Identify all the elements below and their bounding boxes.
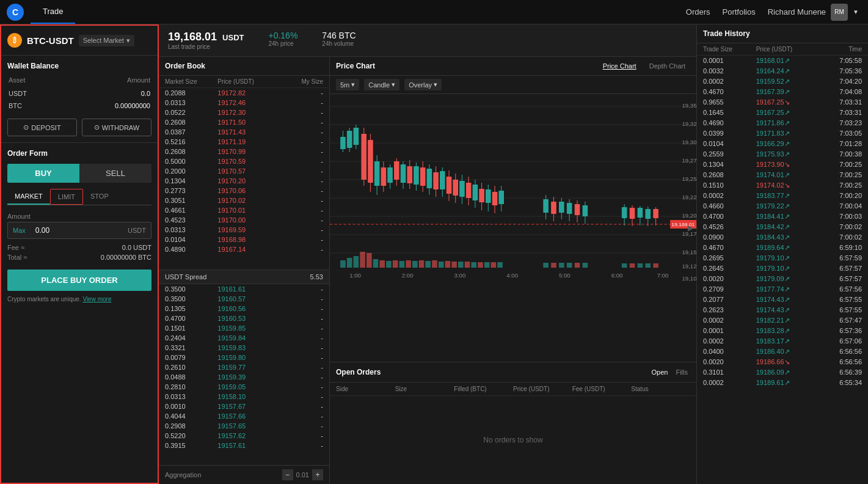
buy-row[interactable]: 0.332119159.83- <box>159 343 329 353</box>
view-more-link[interactable]: View more <box>82 296 111 302</box>
sell-row[interactable]: 0.052219172.30- <box>159 108 329 117</box>
nav-tab-trade[interactable]: Trade <box>31 0 75 24</box>
buy-tab[interactable]: BUY <box>7 164 79 183</box>
ob-price: 19167.14 <box>217 246 270 253</box>
svg-rect-118 <box>445 261 451 268</box>
buy-row[interactable]: 0.031319158.10- <box>159 392 329 402</box>
buy-row[interactable]: 0.261019159.77- <box>159 362 329 372</box>
ob-price: 19157.65 <box>217 422 270 430</box>
max-link[interactable]: Max <box>8 227 31 234</box>
ob-size: 0.2088 <box>165 89 217 97</box>
th-trade-size: 0.0002 <box>703 379 756 387</box>
buy-row[interactable]: 0.001019157.67- <box>159 402 329 411</box>
ob-mysize: - <box>271 315 323 322</box>
sell-row[interactable]: 0.466119170.01- <box>159 205 329 215</box>
market-type-tab[interactable]: MARKET <box>7 189 50 205</box>
withdraw-button[interactable]: ⊙ WITHDRAW <box>82 119 151 136</box>
sell-row[interactable]: 0.038719171.43- <box>159 127 329 137</box>
th-trade-price: 19183.17↗ <box>756 337 809 345</box>
open-tab[interactable]: Open <box>649 367 671 377</box>
buy-row[interactable]: 0.150119159.85- <box>159 323 329 333</box>
deposit-button[interactable]: ⊙ DEPOSIT <box>7 119 77 136</box>
chart-arrow-button[interactable]: ▶ <box>688 224 693 232</box>
sell-row[interactable]: 0.130419170.20- <box>159 176 329 186</box>
chart-type-dropdown[interactable]: Candle ▾ <box>364 79 399 90</box>
sell-row[interactable]: 0.208819172.82- <box>159 88 329 98</box>
svg-rect-111 <box>399 261 405 268</box>
buy-row[interactable]: 0.240419159.84- <box>159 333 329 343</box>
ob-price: 19170.06 <box>217 187 270 194</box>
th-trade-size: 0.4670 <box>703 88 756 96</box>
buy-row[interactable]: 0.290819157.65- <box>159 421 329 431</box>
th-trade-price: 19179.10↗ <box>756 265 809 273</box>
sell-tab[interactable]: SELL <box>79 164 151 183</box>
th-trade-price: 19173.90↘ <box>756 161 809 169</box>
stat-last-trade-label: Last trade price <box>168 43 244 50</box>
wallet-col-asset: Asset <box>9 76 56 87</box>
sell-row[interactable]: 0.277319170.06- <box>159 186 329 196</box>
crypto-note: Crypto markets are unique. View more <box>7 296 151 302</box>
th-trade-size: 0.2077 <box>703 296 756 304</box>
buy-row[interactable]: 0.350019161.61- <box>159 284 329 294</box>
buy-row[interactable]: 0.281019159.05- <box>159 382 329 392</box>
agg-minus-button[interactable]: − <box>282 469 293 480</box>
buy-row[interactable]: 0.522019157.62- <box>159 431 329 441</box>
timeframe-dropdown[interactable]: 5m ▾ <box>336 79 359 90</box>
ob-mysize: - <box>271 138 323 145</box>
buy-row[interactable]: 0.404419157.66- <box>159 411 329 421</box>
sell-row[interactable]: 0.305119170.02- <box>159 196 329 205</box>
sell-row[interactable]: 0.452319170.00- <box>159 215 329 225</box>
trade-history-row: 0.270919177.74↗6:57:56 <box>697 284 868 295</box>
nav-portfolios[interactable]: Portfolios <box>723 7 756 16</box>
svg-rect-110 <box>393 260 398 268</box>
nav-orders[interactable]: Orders <box>686 7 710 16</box>
ob-mysize: - <box>271 197 323 204</box>
svg-rect-38 <box>374 161 380 186</box>
buy-row[interactable]: 0.007919159.80- <box>159 353 329 362</box>
overlay-dropdown[interactable]: Overlay ▾ <box>404 79 442 90</box>
sell-row[interactable]: 0.500019170.59- <box>159 156 329 166</box>
oo-col-filled: Filled (BTC) <box>454 386 513 392</box>
aggregation-label: Aggregation <box>165 471 201 479</box>
limit-type-tab[interactable]: LIMIT <box>50 189 83 205</box>
price-chart-tab[interactable]: Price Chart <box>598 61 641 72</box>
trade-history-row: 0.469019171.86↗7:03:23 <box>697 118 868 128</box>
buy-row[interactable]: 0.350019160.57- <box>159 294 329 304</box>
ob-size: 0.0313 <box>165 226 217 233</box>
agg-plus-button[interactable]: + <box>312 469 323 480</box>
sell-row[interactable]: 0.010419168.98- <box>159 235 329 244</box>
buy-row[interactable]: 0.391519157.61- <box>159 441 329 450</box>
sell-row[interactable]: 0.260819170.99- <box>159 147 329 156</box>
th-trade-time: 7:00:38 <box>809 150 862 158</box>
sell-row[interactable]: 0.031319169.59- <box>159 225 329 235</box>
ob-price: 19168.98 <box>217 236 270 243</box>
ob-size: 0.0104 <box>165 236 217 243</box>
sell-row[interactable]: 0.260819171.50- <box>159 117 329 127</box>
sell-row[interactable]: 0.489019167.14- <box>159 244 329 254</box>
user-section[interactable]: Richard Munene RM ▼ <box>768 4 859 21</box>
sell-row[interactable]: 0.031319172.46- <box>159 98 329 108</box>
sell-row[interactable]: 0.521619171.19- <box>159 137 329 147</box>
ob-size: 0.2610 <box>165 364 217 371</box>
th-trade-price: 19186.09↗ <box>756 369 809 376</box>
ob-price: 19161.61 <box>217 285 270 293</box>
wallet-row: USDT0.0 <box>9 88 150 99</box>
chevron-down-icon: ▾ <box>392 81 395 89</box>
select-market-button[interactable]: Select Market ▾ <box>79 35 134 46</box>
center-panel: 19,168.01 USDT Last trade price +0.16% 2… <box>159 24 697 484</box>
oo-col-side: Side <box>336 386 395 392</box>
amount-input[interactable] <box>31 222 128 238</box>
place-order-button[interactable]: PLACE BUY ORDER <box>7 270 151 291</box>
username: Richard Munene <box>768 7 826 16</box>
chart-tabs: Price Chart Depth Chart <box>598 61 690 72</box>
trade-history-row: 0.002019179.09↗6:57:57 <box>697 274 868 284</box>
buy-row[interactable]: 0.130519160.56- <box>159 304 329 314</box>
ob-mysize: - <box>271 119 323 126</box>
buy-row[interactable]: 0.048819159.39- <box>159 372 329 382</box>
fills-tab[interactable]: Fills <box>673 367 690 377</box>
sell-row[interactable]: 0.200019170.57- <box>159 166 329 176</box>
depth-chart-tab[interactable]: Depth Chart <box>644 61 690 72</box>
stop-type-tab[interactable]: STOP <box>83 189 116 205</box>
buy-row[interactable]: 0.470019160.53- <box>159 314 329 323</box>
th-trade-size: 0.4690 <box>703 119 756 127</box>
